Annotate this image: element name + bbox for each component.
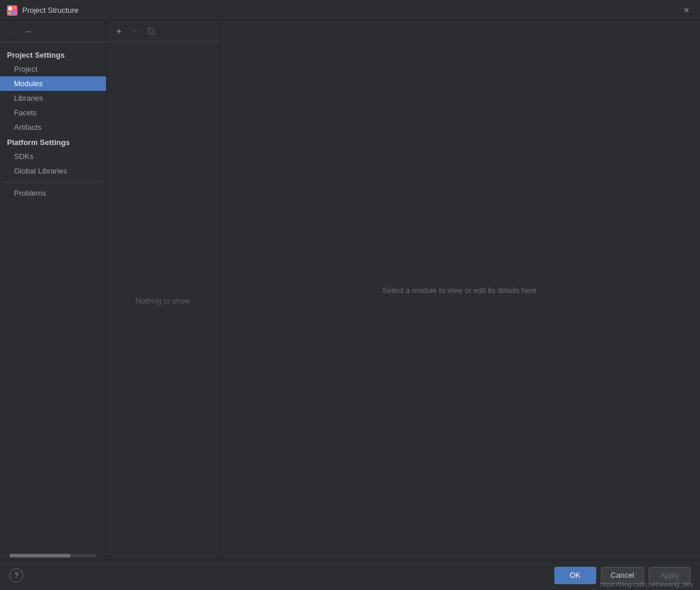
sidebar-content: Project Settings Project Modules Librari… <box>0 43 106 552</box>
middle-content: Nothing to show <box>107 42 219 560</box>
sidebar-item-sdks[interactable]: SDKs <box>0 149 106 164</box>
footer-left: ? <box>9 568 23 582</box>
svg-rect-0 <box>7 5 17 16</box>
sidebar-item-modules[interactable]: Modules <box>0 76 106 91</box>
copy-button[interactable] <box>144 24 159 39</box>
ok-button[interactable]: OK <box>554 567 596 584</box>
sidebar-item-artifacts[interactable]: Artifacts <box>0 120 106 135</box>
middle-toolbar: + − <box>107 21 219 42</box>
remove-button[interactable]: − <box>128 24 143 39</box>
svg-rect-6 <box>148 28 153 33</box>
middle-panel: + − Nothing to show <box>107 21 219 560</box>
sidebar-divider <box>5 182 101 182</box>
add-button[interactable]: + <box>111 24 126 39</box>
sidebar-scrollbar[interactable] <box>9 554 97 557</box>
svg-rect-4 <box>12 10 16 15</box>
svg-rect-2 <box>13 6 16 9</box>
help-button[interactable]: ? <box>9 568 23 582</box>
sidebar-item-project[interactable]: Project <box>0 62 106 76</box>
right-panel: Select a module to view or edit its deta… <box>219 21 700 560</box>
svg-rect-1 <box>8 6 12 10</box>
sidebar-item-problems[interactable]: Problems <box>0 186 106 200</box>
title-bar: Project Structure × <box>0 0 700 21</box>
close-button[interactable]: × <box>680 4 693 17</box>
forward-button[interactable]: → <box>21 24 35 38</box>
sidebar-item-facets[interactable]: Facets <box>0 105 106 120</box>
svg-rect-3 <box>8 12 11 15</box>
svg-rect-5 <box>149 29 154 34</box>
sidebar-item-global-libraries[interactable]: Global Libraries <box>0 164 106 178</box>
title-text: Project Structure <box>22 6 79 15</box>
main-container: ← → Project Settings Project Modules Lib… <box>0 21 700 560</box>
footer-url: https://blog.csdn.net/wwang_dev <box>600 581 693 588</box>
sidebar-item-libraries[interactable]: Libraries <box>0 91 106 105</box>
sidebar: ← → Project Settings Project Modules Lib… <box>0 21 107 560</box>
sidebar-scrollbar-area <box>0 552 106 560</box>
back-button[interactable]: ← <box>5 24 19 38</box>
module-placeholder-text: Select a module to view or edit its deta… <box>382 286 536 295</box>
platform-settings-label: Platform Settings <box>0 135 106 149</box>
app-icon <box>7 5 17 16</box>
footer: ? OK Cancel Apply <box>0 560 700 590</box>
sidebar-nav: ← → <box>0 21 106 43</box>
nothing-to-show-text: Nothing to show <box>135 296 189 305</box>
project-settings-label: Project Settings <box>0 47 106 62</box>
sidebar-scrollbar-thumb <box>9 554 71 557</box>
